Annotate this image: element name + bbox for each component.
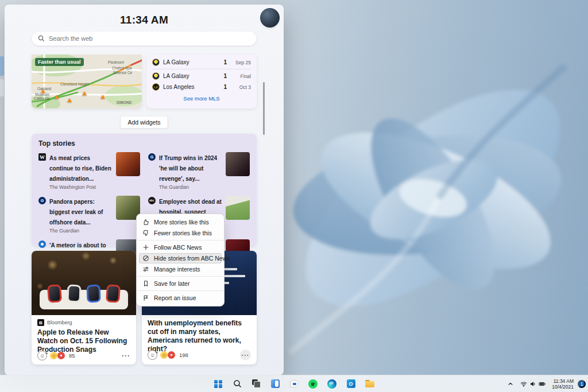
story-item[interactable]: G Pandora papers: biggest ever leak of o…: [38, 196, 140, 234]
chat-icon: [290, 380, 299, 387]
reaction-count: 198: [179, 352, 188, 358]
team-score: 1: [223, 84, 227, 90]
widgets-button[interactable]: [268, 377, 282, 391]
plus-icon: +: [156, 349, 158, 357]
search-icon: [38, 35, 45, 42]
traffic-widget[interactable]: Faster than usual Piedmont Chabot Spa Sc…: [32, 55, 142, 108]
card-more-button[interactable]: ···: [122, 353, 130, 359]
menu-item-label: Save for later: [154, 280, 189, 287]
traffic-warning-icon: [100, 95, 105, 99]
traffic-warning-icon: [41, 89, 45, 93]
map-place-label: DIMOND: [117, 100, 131, 104]
hidden-icons-chevron[interactable]: [506, 380, 514, 388]
background-window-sliver: [0, 56, 4, 76]
menu-item-manage-interests[interactable]: Manage interests: [139, 264, 222, 274]
team-name: LA Galaxy: [163, 59, 220, 65]
heart-emoji-icon: ♥: [57, 352, 65, 359]
taskbar-clock[interactable]: 11:34 AM 10/4/2021: [552, 378, 574, 390]
edge-button[interactable]: [325, 377, 339, 391]
usa-today-favicon: [38, 240, 46, 248]
task-view-icon: [252, 379, 261, 388]
menu-separator: [137, 290, 223, 291]
web-search-bar[interactable]: [32, 31, 257, 46]
file-explorer-button[interactable]: [363, 377, 377, 391]
system-tray-group[interactable]: [519, 379, 548, 389]
la-galaxy-crest-icon: [152, 59, 160, 66]
match-date: Sep 25: [230, 60, 251, 65]
team-name: LA Galaxy: [163, 73, 220, 79]
outlook-icon: O: [347, 379, 355, 388]
abc-news-favicon: abc: [148, 197, 156, 204]
smiley-icon: ☺: [40, 353, 45, 359]
match-row[interactable]: LA Galaxy 1 Sep 25: [152, 57, 251, 68]
see-more-mls-link[interactable]: See more MLS: [152, 95, 251, 102]
hide-icon: [142, 255, 149, 262]
divider: [152, 69, 251, 69]
menu-item-label: Hide stories from ABC News: [154, 255, 230, 262]
laugh-emoji-icon: ☺: [50, 352, 57, 359]
taskbar-search-button[interactable]: [230, 377, 244, 391]
add-reaction-button[interactable]: ☺+: [148, 350, 157, 360]
sports-widget[interactable]: LA Galaxy 1 Sep 25 LA Galaxy 1 Final LA …: [146, 55, 257, 108]
map-place-label: Chabot Spa: [112, 66, 131, 70]
start-button[interactable]: [211, 377, 225, 391]
menu-item-fewer-stories[interactable]: Fewer stories like this: [139, 228, 222, 238]
menu-item-hide-source[interactable]: Hide stories from ABC News: [139, 253, 222, 263]
plus-icon: +: [45, 350, 48, 358]
chevron-up-icon: [508, 381, 513, 387]
watch-graphic: [67, 285, 81, 303]
laugh-emoji-icon: ☺: [160, 351, 168, 359]
menu-item-report-issue[interactable]: Report an issue: [139, 293, 222, 303]
story-headline: Pandora papers: biggest ever leak of off…: [49, 199, 103, 226]
card-more-button[interactable]: ···: [240, 350, 251, 360]
menu-item-label: Manage interests: [154, 266, 200, 273]
story-thumbnail: [226, 196, 250, 220]
edge-icon: [327, 379, 336, 389]
match-row[interactable]: LA Los Angeles 1 Oct 3: [152, 81, 251, 92]
thumbs-down-icon: [142, 230, 149, 236]
menu-item-label: Report an issue: [154, 294, 196, 301]
plus-icon: [142, 244, 149, 251]
menu-item-save-for-later[interactable]: Save for later: [139, 278, 222, 289]
add-reaction-button[interactable]: ☺+: [37, 351, 47, 360]
outlook-button[interactable]: O: [344, 377, 358, 391]
spotify-button[interactable]: [306, 377, 320, 391]
story-source: The Guardian: [159, 184, 222, 190]
story-item[interactable]: W As meat prices continue to rise, Biden…: [38, 152, 140, 190]
news-card[interactable]: B Bloomberg Apple to Release New Watch o…: [32, 251, 136, 364]
match-row[interactable]: LA Galaxy 1 Final: [152, 71, 251, 81]
lafc-crest-icon: LA: [152, 83, 160, 91]
traffic-warning-icon: [67, 98, 72, 102]
notification-count-badge[interactable]: 1: [578, 380, 586, 388]
watch-graphic: [86, 285, 100, 303]
widgets-panel: 11:34 AM: [5, 5, 284, 375]
match-status: Final: [230, 73, 251, 79]
clock-date: 10/4/2021: [552, 384, 574, 390]
bookmark-icon: [142, 280, 149, 287]
menu-item-more-stories[interactable]: More stories like this: [139, 217, 222, 227]
user-avatar[interactable]: [260, 8, 280, 28]
story-item[interactable]: G If Trump wins in 2024 'he will be abou…: [148, 152, 250, 190]
bloom-wallpaper-graphic: [266, 0, 588, 390]
team-score: 1: [223, 73, 227, 79]
battery-icon: [539, 381, 546, 387]
match-date: Oct 3: [230, 84, 251, 90]
smiley-icon: ☺: [150, 352, 155, 358]
menu-item-follow-source[interactable]: Follow ABC News: [139, 242, 222, 253]
add-widgets-button[interactable]: Add widgets: [120, 116, 168, 129]
team-name: Los Angeles: [163, 84, 220, 90]
map-place-label: Museum: [35, 92, 49, 96]
search-input[interactable]: [49, 35, 250, 42]
menu-separator: [137, 240, 223, 240]
map-place-label: California: [34, 96, 49, 100]
chat-button[interactable]: [287, 377, 301, 391]
la-galaxy-crest-icon: [152, 72, 160, 80]
story-source: The Washington Post: [49, 184, 113, 190]
panel-scrollbar[interactable]: [263, 82, 265, 135]
menu-item-label: Follow ABC News: [154, 244, 202, 251]
washington-post-favicon: W: [38, 153, 46, 161]
task-view-button[interactable]: [249, 377, 263, 391]
map-place-label: Piedmont: [108, 60, 123, 64]
traffic-status-chip: Faster than usual: [35, 58, 84, 66]
taskbar: O: [0, 375, 588, 392]
